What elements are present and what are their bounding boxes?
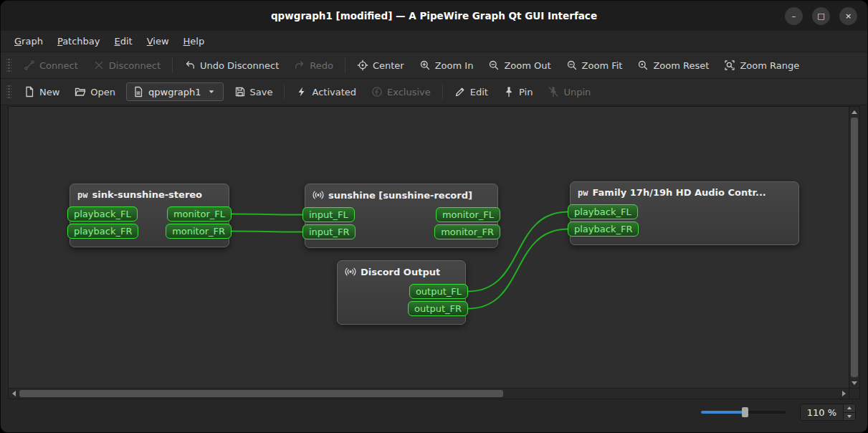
toolbar-button-label: Activated bbox=[312, 87, 356, 97]
graph-canvas[interactable]: pwsink-sunshine-stereoplayback_FLmonitor… bbox=[9, 107, 849, 388]
toolbar-button-label: Unpin bbox=[563, 87, 591, 97]
connection[interactable] bbox=[232, 214, 302, 215]
zoom-range-button[interactable]: Zoom Range bbox=[717, 56, 806, 75]
node-header: sunshine [sunshine-record] bbox=[305, 184, 497, 203]
zoom-slider-fill bbox=[701, 411, 745, 414]
toolbar-button-label: Save bbox=[250, 87, 273, 97]
horizontal-scrollbar[interactable] bbox=[9, 388, 849, 399]
scroll-down-button[interactable] bbox=[849, 378, 859, 388]
vertical-scrollbar[interactable] bbox=[849, 107, 859, 388]
zoom-fit-button[interactable]: Zoom Fit bbox=[560, 56, 629, 75]
port-row: output_FR bbox=[338, 301, 465, 316]
file-icon bbox=[133, 86, 144, 97]
zoom-spinbox[interactable]: 110 % bbox=[800, 404, 856, 421]
titlebar[interactable]: qpwgraph1 [modified] — A PipeWire Graph … bbox=[1, 1, 867, 31]
port-monitor-fr[interactable]: monitor_FR bbox=[166, 224, 232, 239]
zoom-reset-button[interactable]: Zoom Reset bbox=[631, 56, 715, 75]
toolbar-button-label: Zoom Fit bbox=[582, 60, 623, 71]
connect-button[interactable]: Connect bbox=[17, 56, 85, 75]
redo-icon bbox=[294, 60, 305, 71]
horizontal-scrollbar-track[interactable] bbox=[19, 389, 839, 399]
zoom-spin-up-button[interactable] bbox=[844, 404, 855, 412]
edit-button[interactable]: Edit bbox=[448, 82, 495, 101]
open-button[interactable]: Open bbox=[68, 82, 122, 101]
zoom-slider-handle[interactable] bbox=[742, 407, 748, 417]
toolbar-button-label: Disconnect bbox=[109, 60, 161, 71]
menu-item-help[interactable]: Help bbox=[177, 33, 211, 49]
unpin-button[interactable]: Unpin bbox=[541, 82, 597, 101]
port-playback-fl[interactable]: playback_FL bbox=[568, 204, 638, 219]
center-icon bbox=[357, 60, 368, 71]
port-output-fr[interactable]: output_FR bbox=[408, 301, 468, 316]
menu-item-graph[interactable]: Graph bbox=[8, 33, 49, 49]
port-output-fl[interactable]: output_FL bbox=[409, 284, 468, 299]
zoom-out-button[interactable]: Zoom Out bbox=[482, 56, 557, 75]
menu-item-edit[interactable]: Edit bbox=[108, 33, 139, 49]
node-ports: input_FLmonitor_FLinput_FRmonitor_FR bbox=[305, 203, 497, 247]
toolbar-button-label: Zoom Out bbox=[504, 60, 550, 71]
node-sunshine[interactable]: sunshine [sunshine-record]input_FLmonito… bbox=[305, 184, 498, 248]
toolbar-separator bbox=[284, 84, 285, 100]
center-button[interactable]: Center bbox=[350, 56, 411, 75]
port-row: output_FL bbox=[338, 284, 465, 299]
close-button[interactable]: × bbox=[839, 7, 857, 25]
port-row: playback_FLmonitor_FL bbox=[70, 206, 229, 222]
save-button[interactable]: Save bbox=[228, 82, 280, 101]
zoom-value[interactable]: 110 % bbox=[801, 404, 843, 420]
scroll-left-button[interactable] bbox=[9, 389, 19, 399]
port-row: input_FRmonitor_FR bbox=[305, 224, 497, 239]
connection[interactable] bbox=[232, 232, 302, 232]
menubar: GraphPatchbayEditViewHelp bbox=[1, 31, 867, 52]
zoom-reset-icon bbox=[637, 60, 649, 71]
maximize-button[interactable]: □ bbox=[812, 7, 830, 25]
pin-button[interactable]: Pin bbox=[497, 82, 539, 101]
port-monitor-fr[interactable]: monitor_FR bbox=[434, 224, 500, 239]
menu-item-view[interactable]: View bbox=[140, 33, 176, 49]
port-input-fr[interactable]: input_FR bbox=[302, 224, 356, 239]
exclusive-button[interactable]: Exclusive bbox=[365, 82, 437, 101]
port-playback-fl[interactable]: playback_FL bbox=[67, 206, 138, 222]
menu-item-label: Help bbox=[183, 36, 205, 47]
node-title: Family 17h/19h HD Audio Contr... bbox=[592, 187, 766, 198]
node-sink[interactable]: pwsink-sunshine-stereoplayback_FLmonitor… bbox=[70, 184, 229, 247]
new-button[interactable]: New bbox=[17, 82, 66, 101]
toolbar-handle[interactable] bbox=[6, 57, 11, 73]
node-family[interactable]: pwFamily 17h/19h HD Audio Contr...playba… bbox=[570, 181, 799, 245]
minimize-button[interactable]: – bbox=[785, 7, 803, 25]
zoom-slider[interactable] bbox=[701, 406, 786, 419]
vertical-scrollbar-track[interactable] bbox=[849, 117, 859, 378]
zoom-fit-icon bbox=[566, 60, 578, 71]
disconnect-button[interactable]: Disconnect bbox=[87, 56, 167, 75]
undo-disconnect-button[interactable]: Undo Disconnect bbox=[178, 56, 285, 75]
redo-button[interactable]: Redo bbox=[287, 56, 340, 75]
menu-item-label: Patchbay bbox=[57, 36, 100, 47]
scroll-up-button[interactable] bbox=[849, 107, 859, 117]
zoom-in-button[interactable]: Zoom In bbox=[413, 56, 480, 75]
node-title: sink-sunshine-stereo bbox=[92, 189, 202, 200]
window-controls: –□× bbox=[785, 1, 857, 31]
vertical-scrollbar-thumb[interactable] bbox=[851, 118, 858, 377]
horizontal-scrollbar-thumb[interactable] bbox=[19, 390, 503, 397]
port-row: input_FLmonitor_FL bbox=[305, 207, 497, 222]
open-icon bbox=[75, 86, 86, 97]
port-monitor-fl[interactable]: monitor_FL bbox=[167, 206, 232, 222]
node-title: Discord Output bbox=[361, 267, 440, 277]
zoom-spin-down-button[interactable] bbox=[844, 412, 855, 421]
toolbar-handle[interactable] bbox=[6, 84, 11, 100]
port-monitor-fl[interactable]: monitor_FL bbox=[436, 207, 500, 222]
activated-button[interactable]: Activated bbox=[290, 82, 363, 101]
node-header: pwsink-sunshine-stereo bbox=[70, 184, 229, 202]
qpwgraph1-combo[interactable]: qpwgraph1 bbox=[126, 82, 223, 101]
toolbar-separator bbox=[172, 57, 173, 73]
toolbar-separator bbox=[442, 84, 443, 100]
port-playback-fr[interactable]: playback_FR bbox=[568, 222, 639, 237]
scrollbar-corner bbox=[849, 388, 859, 399]
port-input-fl[interactable]: input_FL bbox=[302, 207, 355, 222]
toolbar-button-label: Zoom In bbox=[435, 60, 474, 71]
menu-item-label: Graph bbox=[14, 36, 43, 47]
node-header: pwFamily 17h/19h HD Audio Contr... bbox=[571, 182, 798, 200]
menu-item-patchbay[interactable]: Patchbay bbox=[51, 33, 107, 49]
scroll-right-button[interactable] bbox=[839, 389, 849, 399]
node-discord[interactable]: Discord Outputoutput_FLoutput_FR bbox=[337, 260, 466, 325]
port-playback-fr[interactable]: playback_FR bbox=[67, 224, 138, 239]
